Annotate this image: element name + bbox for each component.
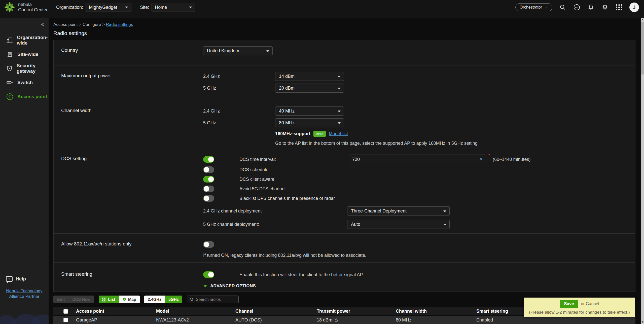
blacklist-dfs-toggle[interactable] [203, 195, 214, 202]
chevron-down-icon [338, 88, 341, 89]
advanced-options-label: ADVANCED OPTIONS [210, 283, 256, 289]
width-5ghz-select[interactable]: 80 MHz [275, 118, 344, 127]
sidebar-item-access-point[interactable]: Access point [0, 90, 49, 104]
deploy-24ghz-select[interactable]: Three-Channel Deployment [347, 206, 450, 215]
chevron-down-icon [266, 50, 269, 52]
band-5ghz-label: 5 GHz [203, 120, 275, 126]
sidebar: « Organization-wide Site-wide Security g… [0, 18, 49, 324]
notifications-bell-icon[interactable] [587, 4, 595, 11]
list-grid-icon [102, 298, 106, 302]
list-map-segment: List Map [99, 296, 139, 303]
chevron-down-icon [443, 210, 446, 212]
site-select[interactable]: Home [152, 3, 195, 12]
allow-ax-note: If turned ON, legacy clients including 8… [203, 253, 635, 258]
sidebar-item-switch[interactable]: Switch [0, 76, 49, 90]
edit-button[interactable]: Edit [53, 297, 68, 302]
deploy-24ghz-label: 2.4 GHz channel deployment [203, 208, 347, 214]
dcs-time-interval-input[interactable] [349, 155, 486, 164]
dcs-client-aware-label: DCS client aware [239, 177, 349, 182]
user-avatar[interactable]: J [629, 3, 639, 12]
brand: nebula Control Center [4, 2, 48, 13]
brand-line1: nebula [18, 2, 48, 7]
deploy-5ghz-value: Auto [351, 222, 360, 227]
help-button[interactable]: ? Help [0, 276, 49, 282]
model-list-link[interactable]: Model list [329, 131, 348, 136]
avoid-dfs-toggle[interactable] [203, 186, 214, 192]
cancel-link[interactable]: or Cancel [581, 301, 599, 306]
deploy-5ghz-select[interactable]: Auto [347, 220, 450, 229]
deploy-5ghz-row: 5 GHz channel deployment: Auto [203, 219, 635, 230]
sidebar-item-site-wide[interactable]: Site-wide [0, 47, 49, 61]
site-label: Site: [140, 5, 149, 10]
map-view-button[interactable]: Map [119, 296, 140, 303]
allow-ax-label: Allow 802.11ax/ac/n stations only [54, 234, 203, 262]
help-label: Help [16, 276, 26, 282]
scrollbar-thumb[interactable] [641, 22, 644, 75]
power-5ghz-select[interactable]: 20 dBm [275, 84, 344, 93]
dcs-now-button[interactable]: DCS Now [68, 297, 94, 302]
shield-icon [6, 65, 13, 72]
country-select[interactable]: United Kingdom [203, 46, 273, 55]
cell-channel: AUTO (DCS) [235, 317, 317, 323]
dcs-time-interval-label: DCS time interval: [239, 157, 349, 162]
sidebar-item-organization-wide[interactable]: Organization-wide [0, 33, 49, 47]
blacklist-dfs-label: Blacklist DFS channels in the presence o… [239, 196, 335, 201]
width-5ghz-value: 80 MHz [279, 120, 295, 126]
row-checkbox[interactable] [63, 318, 68, 322]
advanced-options-toggle[interactable]: ADVANCED OPTIONS [203, 283, 635, 289]
more-options-icon[interactable] [573, 4, 581, 11]
header-access-point: Access point [76, 309, 156, 314]
sidebar-collapse-icon[interactable]: « [41, 21, 44, 28]
scroll-down-arrow[interactable] [641, 320, 644, 324]
save-button[interactable]: Save [560, 300, 578, 308]
dcs-schedule-toggle[interactable] [203, 166, 214, 173]
sidebar-item-label: Security gateway [17, 63, 49, 74]
power-24ghz-value: 14 dBm [279, 74, 295, 79]
header-channel-width: Channel width [396, 309, 476, 314]
band-segment: 2.4GHz 5GHz [144, 296, 182, 303]
nebula-alliance-partner-link[interactable]: Nebula Technology Alliance Partner [6, 288, 43, 299]
chevron-down-icon [125, 7, 128, 8]
dcs-time-interval-row: DCS time interval: ✕ * (60~1440 minutes) [203, 154, 635, 165]
triangle-down-icon [203, 285, 207, 287]
avatar-initial: J [633, 5, 636, 10]
band-5ghz-label: 5 GHz [203, 86, 275, 91]
search-icon[interactable] [559, 4, 566, 11]
save-notice-note: (Please allow 1-2 minutes for changes to… [529, 310, 630, 315]
chevron-down-icon [443, 224, 446, 226]
table-row[interactable]: GarageAP NWA1123-ACv2 AUTO (DCS) 18 dBm … [53, 316, 635, 324]
vertical-scrollbar[interactable] [641, 18, 644, 324]
band-5ghz-button[interactable]: 5GHz [165, 296, 182, 303]
band-24ghz-label: 2.4 GHz [203, 74, 275, 79]
allow-ax-toggle[interactable] [203, 241, 214, 248]
dcs-time-interval-toggle[interactable] [203, 156, 214, 163]
width-24ghz-select[interactable]: 40 MHz [275, 106, 344, 116]
smart-steering-toggle[interactable] [203, 271, 214, 278]
list-view-label: List [108, 297, 115, 302]
organization-select[interactable]: MightyGadget [86, 3, 131, 12]
sidebar-item-label: Switch [17, 80, 33, 85]
smart-steering-section: Smart steering Enable this function will… [54, 263, 635, 292]
site-select-value: Home [155, 5, 167, 10]
apps-grid-icon[interactable] [615, 4, 623, 11]
scroll-up-arrow[interactable] [641, 18, 644, 22]
top-header: nebula Control Center Organization: Migh… [0, 0, 644, 18]
power-24ghz-select[interactable]: 14 dBm [275, 72, 344, 81]
dcs-client-aware-toggle[interactable] [203, 176, 214, 183]
list-view-button[interactable]: List [99, 296, 119, 303]
select-all-checkbox[interactable] [63, 309, 68, 314]
band-24ghz-label: 2.4 GHz [203, 109, 275, 114]
disabled-actions-group: Edit DCS Now [53, 296, 94, 303]
sidebar-item-security-gateway[interactable]: Security gateway [0, 61, 49, 76]
sidebar-item-label: Access point [17, 94, 47, 99]
help-icon: ? [6, 276, 13, 282]
search-radios-input[interactable] [196, 297, 236, 302]
nebula-logo-icon [4, 2, 15, 13]
orchestrator-button[interactable]: Orchestrator → [515, 3, 552, 11]
settings-gear-icon[interactable]: ⚙ [601, 4, 609, 11]
band-24ghz-button[interactable]: 2.4GHz [144, 296, 165, 303]
channel-width-section: Channel width 2.4 GHz 40 MHz 5 GHz 80 MH… [54, 100, 635, 142]
breadcrumb-current-link[interactable]: Radio settings [106, 22, 133, 27]
clear-input-icon[interactable]: ✕ [480, 157, 483, 162]
search-icon [190, 297, 194, 302]
